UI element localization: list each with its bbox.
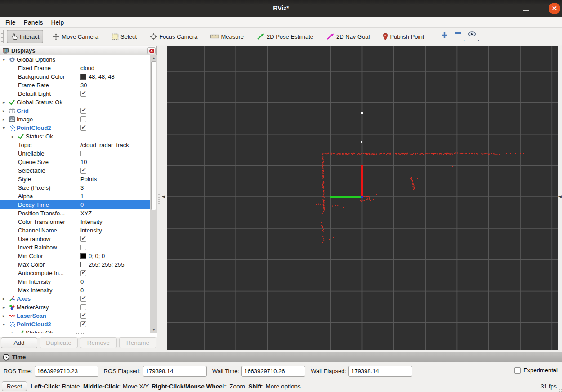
experimental-checkbox[interactable]: [514, 367, 521, 374]
tree-row-invert-rainbow[interactable]: Invert Rainbow: [0, 243, 150, 252]
tree-row-color-transformer[interactable]: Color TransformerIntensity: [0, 218, 150, 226]
dropdown-arrow-icon[interactable]: ▾: [463, 38, 465, 42]
add-display-button[interactable]: Add: [1, 337, 37, 348]
menu-item-file[interactable]: File: [1, 18, 20, 27]
maximize-button[interactable]: [536, 4, 545, 13]
tree-row-fixed-frame[interactable]: Fixed Framecloud: [0, 64, 150, 72]
title-bar[interactable]: RViz* ✕: [0, 0, 562, 17]
row-value[interactable]: 10: [80, 158, 87, 166]
time-panel-header[interactable]: Time ✕: [0, 352, 562, 362]
tree-row-position-transfo-[interactable]: Position Transfo...XYZ: [0, 209, 150, 218]
scrollbar-thumb[interactable]: [151, 61, 156, 210]
tree-row-markerarray[interactable]: ▸MarkerArray: [0, 303, 150, 312]
tree-row-decay-time[interactable]: Decay Time0: [0, 200, 150, 209]
color-swatch[interactable]: [80, 74, 86, 80]
expand-down-icon[interactable]: ▾: [3, 125, 9, 130]
row-value[interactable]: 48; 48; 48: [80, 72, 115, 81]
expand-down-icon[interactable]: ▾: [3, 322, 9, 327]
row-value[interactable]: [80, 89, 86, 98]
tree-scrollbar[interactable]: ▲ ▼: [150, 55, 157, 333]
tree-row-status-ok[interactable]: ▸Status: Ok: [0, 132, 150, 141]
row-value[interactable]: [80, 115, 86, 124]
expand-right-icon[interactable]: ▸: [3, 296, 9, 301]
tree-row-autocompute-in-[interactable]: Autocompute In...: [0, 269, 150, 277]
dropdown-arrow-icon[interactable]: ▾: [477, 38, 479, 42]
3d-viewport[interactable]: [167, 46, 558, 350]
row-checkbox[interactable]: [80, 116, 86, 122]
row-checkbox[interactable]: [80, 125, 86, 131]
tree-row-min-color[interactable]: Min Color0; 0; 0: [0, 252, 150, 260]
tree-row-pointcloud2[interactable]: ▾PointCloud2: [0, 124, 150, 132]
row-value[interactable]: 0; 0; 0: [80, 252, 105, 260]
row-checkbox[interactable]: [80, 151, 86, 156]
left-splitter[interactable]: ◀: [157, 46, 167, 350]
viewport-resize-handle[interactable]: [276, 350, 286, 352]
row-value[interactable]: 255; 255; 255: [80, 260, 125, 269]
tree-row-frame-rate[interactable]: Frame Rate30: [0, 81, 150, 89]
tool-2d-pose-estimate[interactable]: 2D Pose Estimate: [253, 30, 317, 43]
row-value[interactable]: 0: [80, 286, 84, 294]
row-value[interactable]: [80, 294, 86, 303]
row-value[interactable]: [80, 320, 86, 329]
expand-right-icon[interactable]: ▸: [3, 305, 9, 310]
tree-row-queue-size[interactable]: Queue Size10: [0, 158, 150, 166]
row-value[interactable]: 0: [80, 277, 84, 286]
menu-item-help[interactable]: Help: [47, 18, 68, 27]
row-value[interactable]: intensity: [80, 226, 102, 235]
color-swatch[interactable]: [80, 253, 86, 259]
tree-row-selectable[interactable]: Selectable: [0, 166, 150, 175]
tree-row-background-color[interactable]: Background Color48; 48; 48: [0, 72, 150, 81]
row-value[interactable]: Intensity: [80, 218, 102, 226]
tool-publish-point[interactable]: Publish Point: [379, 30, 428, 43]
zoom-in-button[interactable]: [441, 30, 448, 43]
expand-right-icon[interactable]: ▸: [12, 330, 18, 333]
row-value[interactable]: [80, 312, 86, 320]
window-resize-grip[interactable]: [557, 387, 562, 392]
tree-row-status-ok[interactable]: ▸Status: Ok: [0, 329, 150, 333]
row-checkbox[interactable]: [80, 108, 86, 114]
right-splitter[interactable]: ◀: [558, 46, 562, 350]
tree-row-global-options[interactable]: ▾Global Options: [0, 55, 150, 64]
tree-row-axes[interactable]: ▸Axes: [0, 294, 150, 303]
expand-down-icon[interactable]: ▾: [3, 57, 9, 62]
expand-right-icon[interactable]: ▸: [12, 134, 18, 139]
menu-item-panels[interactable]: Panels: [20, 18, 47, 27]
tree-row-global-status-ok[interactable]: ▸Global Status: Ok: [0, 98, 150, 107]
tree-row-laserscan[interactable]: ▸LaserScan: [0, 312, 150, 320]
row-value[interactable]: 3: [80, 183, 84, 192]
row-checkbox[interactable]: [80, 245, 86, 250]
row-value[interactable]: 0: [80, 200, 84, 209]
color-swatch[interactable]: [80, 262, 86, 267]
tree-row-max-intensity[interactable]: Max Intensity0: [0, 286, 150, 294]
row-checkbox[interactable]: [80, 168, 86, 174]
row-checkbox[interactable]: [80, 321, 86, 327]
close-button[interactable]: ✕: [549, 3, 560, 14]
ros-time-input[interactable]: [35, 366, 98, 377]
tree-row-size-pixels-[interactable]: Size (Pixels)3: [0, 183, 150, 192]
displays-close-button[interactable]: ✕: [147, 47, 156, 54]
row-checkbox[interactable]: [80, 313, 86, 319]
row-value[interactable]: [80, 124, 86, 132]
row-value[interactable]: [80, 166, 86, 175]
row-checkbox[interactable]: [80, 236, 86, 242]
eye-button[interactable]: ▾: [468, 30, 476, 43]
wall-time-input[interactable]: [241, 366, 305, 377]
ros-elapsed-input[interactable]: [143, 366, 207, 377]
tree-row-image[interactable]: ▸Image: [0, 115, 150, 124]
tree-row-alpha[interactable]: Alpha1: [0, 192, 150, 200]
tree-row-grid[interactable]: ▸Grid: [0, 107, 150, 115]
tree-row-style[interactable]: StylePoints: [0, 175, 150, 183]
collapse-left-icon[interactable]: ◀: [162, 194, 165, 199]
splitter-grip[interactable]: [158, 193, 160, 204]
row-checkbox[interactable]: [80, 304, 86, 310]
expand-right-icon[interactable]: ▸: [3, 313, 9, 318]
row-value[interactable]: 30: [80, 81, 87, 89]
row-value[interactable]: [80, 107, 86, 115]
row-value[interactable]: [80, 149, 86, 158]
tool-select[interactable]: Select: [107, 30, 141, 43]
expand-right-icon[interactable]: ▸: [3, 117, 9, 122]
tree-row-min-intensity[interactable]: Min Intensity0: [0, 277, 150, 286]
tree-row-unreliable[interactable]: Unreliable: [0, 149, 150, 158]
panel-resize-handle[interactable]: [76, 333, 84, 334]
tree-row-topic[interactable]: Topic/cloud_radar_track: [0, 141, 150, 149]
